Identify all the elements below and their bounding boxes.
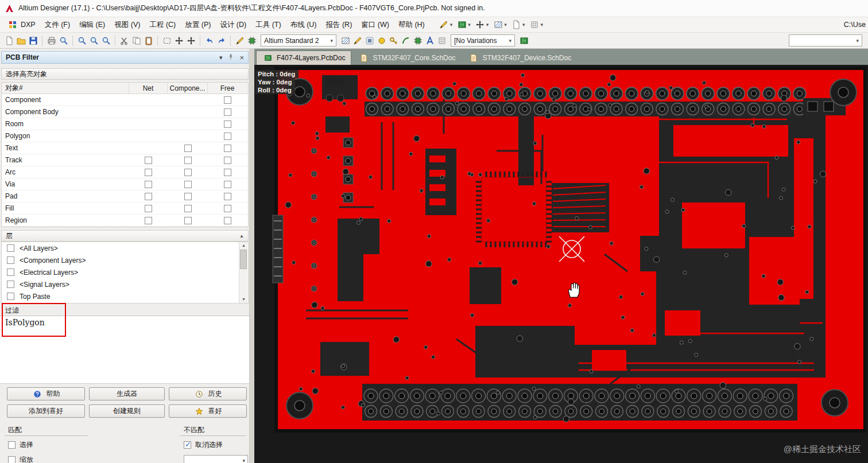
component-free-checkbox[interactable]	[224, 96, 231, 104]
place-line-icon[interactable]	[352, 35, 363, 46]
filter-expression-area[interactable]: IsPolygon	[0, 316, 250, 384]
menu-design[interactable]: 设计 (D)	[215, 18, 251, 32]
pcb-board-view[interactable]	[254, 65, 868, 463]
filter-expression[interactable]: IsPolygon	[0, 316, 250, 329]
select-area-icon[interactable]	[161, 35, 172, 46]
layer-checkbox[interactable]	[7, 293, 14, 300]
caret-down-icon[interactable]: ▾	[219, 54, 223, 61]
generator-button[interactable]: 生成器	[89, 387, 165, 400]
place-net-icon[interactable]	[364, 35, 375, 46]
layer-row[interactable]: <Component Layers>	[2, 254, 248, 266]
menu-help[interactable]: 帮助 (H)	[394, 18, 429, 32]
save-document-icon[interactable]	[28, 35, 38, 46]
text-free-checkbox[interactable]	[224, 145, 231, 152]
tab-stm32f407-core-schdoc[interactable]: STM32F407_Core.SchDoc	[352, 50, 461, 65]
cross-probe-icon-group[interactable]: ▾	[474, 19, 490, 31]
pad-free-checkbox[interactable]	[224, 193, 231, 200]
panel-resize-divider[interactable]	[250, 49, 254, 463]
room-free-checkbox[interactable]	[224, 120, 231, 128]
place-via-icon[interactable]	[376, 35, 387, 46]
board-insight-icon-group[interactable]: ▾	[455, 19, 472, 31]
print-icon[interactable]	[46, 35, 57, 46]
copy-icon[interactable]	[131, 35, 142, 46]
new-document-icon[interactable]	[3, 35, 14, 46]
pad-component-checkbox[interactable]	[184, 193, 192, 200]
match-zoom-option-checkbox[interactable]	[8, 456, 16, 463]
track-net-checkbox[interactable]	[145, 157, 152, 164]
print-preview-icon[interactable]	[58, 35, 69, 46]
fill-net-checkbox[interactable]	[145, 205, 152, 212]
paste-icon[interactable]	[143, 35, 154, 46]
menu-edit[interactable]: 编辑 (E)	[75, 18, 110, 32]
sheet-icon-group[interactable]: ▾	[510, 19, 526, 31]
place-arc-icon[interactable]	[400, 35, 411, 46]
path-combo[interactable]: C:\Use	[844, 21, 866, 29]
wire-tool-icon-group[interactable]: ▾	[437, 19, 454, 31]
right-combo[interactable]: ▾	[789, 34, 862, 46]
track-free-checkbox[interactable]	[224, 157, 231, 164]
undo-icon[interactable]	[204, 35, 215, 46]
layer-row[interactable]: Top Paste	[2, 290, 248, 302]
match-zoom-option[interactable]: 缩放	[8, 455, 33, 463]
fill-free-checkbox[interactable]	[224, 205, 231, 212]
region-component-checkbox[interactable]	[184, 217, 192, 224]
scroll-up-icon[interactable]: ▲	[239, 242, 248, 249]
polygon-free-checkbox[interactable]	[224, 133, 231, 140]
variations-combo[interactable]: [No Variations▾	[451, 34, 515, 46]
pcb-editor-canvas[interactable]: Pitch : 0degYaw : 0degRoll : 0deg @稀土掘金技…	[254, 65, 868, 463]
place-string-icon[interactable]	[424, 35, 435, 46]
layers-scrollbar[interactable]: ▲ ▼	[239, 242, 247, 303]
component-body-free-checkbox[interactable]	[224, 108, 231, 116]
create-rule-button[interactable]: 创建规则	[89, 404, 165, 418]
region-net-checkbox[interactable]	[145, 217, 152, 224]
layer-checkbox[interactable]	[7, 269, 14, 276]
region-free-checkbox[interactable]	[224, 217, 231, 224]
unmatch-deselect-option-checkbox[interactable]	[184, 441, 191, 449]
match-select-option-checkbox[interactable]	[8, 441, 16, 449]
snap-grid-icon[interactable]	[436, 35, 447, 46]
variant-board-icon[interactable]	[518, 35, 529, 46]
track-component-checkbox[interactable]	[184, 157, 192, 164]
layer-checkbox[interactable]	[7, 281, 14, 288]
measure-icon-group[interactable]: ▾	[491, 19, 508, 31]
open-document-icon[interactable]	[16, 35, 26, 46]
menu-route[interactable]: 布线 (U)	[286, 18, 321, 32]
scrollbar-thumb[interactable]	[240, 250, 247, 269]
offset-icon[interactable]	[185, 35, 196, 46]
via-component-checkbox[interactable]	[184, 181, 192, 188]
via-free-checkbox[interactable]	[224, 181, 231, 188]
scroll-down-icon[interactable]: ▼	[239, 296, 248, 303]
zoom-fit-icon[interactable]	[76, 35, 87, 46]
help-button[interactable]: 帮助	[7, 387, 85, 400]
unmatch-deselect-option[interactable]: 取消选择	[184, 440, 223, 450]
cut-icon[interactable]	[119, 35, 130, 46]
tab-f407-4layers-pcbdoc[interactable]: F407-4Layers.PcbDoc	[256, 50, 351, 65]
pin-icon[interactable]	[227, 53, 234, 61]
history-button[interactable]: 历史	[169, 387, 247, 400]
close-icon[interactable]: ×	[239, 53, 244, 62]
menu-dxp[interactable]: DXP	[2, 17, 40, 33]
snippet-icon[interactable]	[246, 35, 257, 46]
via-net-checkbox[interactable]	[145, 181, 152, 188]
arc-net-checkbox[interactable]	[145, 169, 152, 176]
menu-window[interactable]: 窗口 (W)	[356, 18, 394, 32]
menu-file[interactable]: 文件 (F)	[40, 18, 75, 32]
menu-reports[interactable]: 报告 (R)	[321, 18, 356, 32]
match-select-option[interactable]: 选择	[8, 440, 33, 450]
add-to-favorites-button[interactable]: 添加到喜好	[7, 404, 85, 418]
arc-component-checkbox[interactable]	[184, 169, 192, 176]
place-key-icon[interactable]	[388, 35, 399, 46]
menu-tools[interactable]: 工具 (T)	[251, 18, 285, 32]
menu-project[interactable]: 工程 (C)	[145, 18, 180, 32]
layer-row[interactable]: <Electrical Layers>	[2, 266, 248, 278]
scroll-up-icon[interactable]: ▲	[239, 234, 244, 239]
zoom-selected-icon[interactable]	[100, 35, 111, 46]
favorites-button[interactable]: 喜好	[169, 404, 247, 418]
arc-free-checkbox[interactable]	[224, 169, 231, 176]
redo-icon[interactable]	[216, 35, 227, 46]
layer-checkbox[interactable]	[7, 244, 14, 252]
layer-checkbox[interactable]	[7, 256, 14, 264]
text-component-checkbox[interactable]	[184, 145, 192, 152]
tab-stm32f407-device-schdoc[interactable]: STM32F407_Device.SchDoc	[462, 50, 577, 65]
interactive-routing-icon[interactable]	[234, 35, 245, 46]
